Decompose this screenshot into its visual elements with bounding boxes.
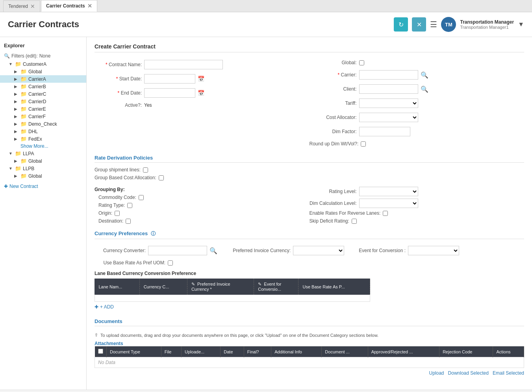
add-lane-row[interactable]: ✚ + ADD	[95, 302, 524, 312]
close-button[interactable]: ✕	[412, 17, 426, 32]
sidebar-filters: 🔍 Filters (edit): None	[0, 52, 86, 60]
rating-type-checkbox[interactable]	[127, 203, 132, 208]
start-date-input[interactable]	[144, 74, 195, 84]
tab-carrier-contracts-label: Carrier Contracts	[46, 3, 85, 9]
new-contract-link[interactable]: ✚ New Contract	[0, 180, 86, 193]
client-input[interactable]	[359, 84, 418, 94]
tab-carrier-contracts[interactable]: Carrier Contracts ✕	[41, 0, 97, 12]
dim-factor-row: Dim Factor:	[310, 126, 525, 137]
filters-label: Filters (edit):	[11, 53, 38, 59]
destination-checkbox[interactable]	[126, 219, 131, 224]
currency-converter-input[interactable]	[148, 246, 207, 255]
email-selected-link[interactable]: Email Selected	[493, 370, 524, 376]
tree-item-carrierF[interactable]: ▶ 📁 CarrierF	[0, 113, 86, 120]
round-up-checkbox[interactable]	[361, 141, 366, 147]
commodity-code-checkbox[interactable]	[139, 195, 144, 200]
lane-based-section: Lane Based Currency Conversion Preferenc…	[95, 271, 524, 312]
expand-icon: ▶	[14, 129, 19, 134]
global-checkbox[interactable]	[359, 60, 364, 65]
carrier-search-icon[interactable]: 🔍	[421, 71, 428, 79]
folder-icon: 📁	[15, 150, 21, 156]
end-date-input[interactable]	[144, 88, 195, 98]
upload-link[interactable]: Upload	[429, 370, 444, 376]
grouping-by-label-row: Grouping By:	[95, 186, 310, 193]
select-all-docs-checkbox[interactable]	[98, 349, 103, 354]
contract-name-input[interactable]	[144, 60, 223, 69]
tree-item-llpb-global[interactable]: ▶ 📁 Global	[0, 172, 86, 180]
tree-item-carrierB[interactable]: ▶ 📁 CarrierB	[0, 83, 86, 90]
tree-item-global-1[interactable]: ▶ 📁 Global	[0, 68, 86, 75]
pref-invoice-currency-select[interactable]	[293, 246, 344, 255]
event-conversion-select[interactable]	[408, 246, 459, 255]
plus-circle-icon: ✚	[95, 304, 98, 310]
tree-item-demo-check[interactable]: ▶ 📁 Demo_Check	[0, 120, 86, 128]
tariff-select[interactable]	[359, 98, 418, 108]
tariff-label: Tariff:	[310, 100, 357, 106]
tab-carrier-contracts-close[interactable]: ✕	[87, 3, 92, 9]
tree-label: DHL	[28, 129, 82, 134]
dim-calc-label: Dim Calculation Level:	[310, 201, 357, 206]
dim-calc-select[interactable]	[359, 199, 418, 208]
tree-item-fedex[interactable]: ▶ 📁 FedEx	[0, 135, 86, 143]
attachments-table: Document Type File Uploade... Date Final…	[95, 346, 524, 368]
contract-name-row: Contract Name:	[95, 59, 310, 71]
tree-item-show-more[interactable]: Show More...	[0, 143, 86, 150]
group-cost-row: Group Based Cost Allocation:	[95, 174, 524, 182]
lane-based-table: Lane Nam... Currency C... ✎ Preferred In…	[95, 279, 370, 302]
cost-allocator-select[interactable]	[359, 113, 418, 122]
end-date-calendar-icon[interactable]: 📅	[198, 90, 204, 96]
tab-tendered[interactable]: Tendered ✕	[3, 0, 40, 12]
tree-item-carrierC[interactable]: ▶ 📁 CarrierC	[0, 90, 86, 98]
refresh-button[interactable]: ↻	[394, 17, 408, 32]
tab-tendered-close[interactable]: ✕	[30, 3, 35, 9]
group-shipment-checkbox[interactable]	[143, 167, 148, 173]
tree-label: CarrierF	[28, 114, 82, 119]
folder-icon: 📁	[20, 136, 27, 142]
tree-item-carrierD[interactable]: ▶ 📁 CarrierD	[0, 98, 86, 105]
no-data-doc-row: No Data	[95, 357, 524, 368]
menu-button[interactable]: ☰	[430, 20, 437, 29]
currency-converter-search-icon[interactable]: 🔍	[209, 247, 217, 255]
client-search-icon[interactable]: 🔍	[421, 85, 428, 93]
carrier-input[interactable]	[359, 70, 418, 80]
form-left-col: Contract Name: Start Date: 📅 End Date: 📅…	[95, 57, 310, 149]
expand-icon: ▼	[9, 166, 13, 171]
download-selected-link[interactable]: Download Selected	[448, 370, 489, 376]
documents-section: Documents ⇧ To upload documents, drag an…	[95, 318, 524, 378]
folder-icon: 📁	[20, 173, 27, 179]
currency-pref-help-icon[interactable]: ⓘ	[151, 231, 156, 236]
th-actions: Actions	[493, 346, 524, 357]
th-date: Date	[221, 346, 244, 357]
rating-level-select[interactable]	[359, 187, 418, 196]
origin-label: Origin:	[98, 210, 112, 216]
currency-pref-title: Currency Preferences ⓘ	[95, 230, 524, 239]
global-label: Global:	[310, 60, 357, 65]
dim-factor-input[interactable]	[359, 127, 410, 136]
use-base-rate-checkbox[interactable]	[168, 260, 173, 266]
carrier-label: Carrier:	[310, 72, 357, 78]
origin-checkbox[interactable]	[115, 211, 120, 216]
skip-deficit-checkbox[interactable]	[352, 219, 357, 224]
tree-item-customerA[interactable]: ▼ 📁 CustomerA	[0, 60, 86, 68]
group-cost-checkbox[interactable]	[159, 175, 164, 180]
th-document-type: Document Type	[107, 346, 161, 357]
grouping-grid: Grouping By: Commodity Code: Rating Type…	[95, 186, 524, 225]
tree-item-dhl[interactable]: ▶ 📁 DHL	[0, 128, 86, 135]
tree-item-llpb[interactable]: ▼ 📁 LLPB	[0, 165, 86, 172]
use-base-rate-row: Use Base Rate As Pref UOM:	[95, 259, 524, 267]
tab-bar: Tendered ✕ Carrier Contracts ✕	[0, 0, 532, 12]
skip-deficit-label: Skip Deficit Rating:	[310, 218, 349, 224]
tree-item-llpa[interactable]: ▼ 📁 LLPA	[0, 150, 86, 157]
tree-label: Global	[28, 158, 82, 164]
enable-reverse-checkbox[interactable]	[383, 211, 388, 216]
sidebar: Explorer 🔍 Filters (edit): None ▼ 📁 Cust…	[0, 37, 87, 390]
tree-item-carrierE[interactable]: ▶ 📁 CarrierE	[0, 105, 86, 113]
event-conversion-row: Event for Conversion :	[350, 245, 459, 256]
tree-item-carrierA[interactable]: ▶ 📁 CarrierA	[0, 75, 86, 83]
user-dropdown-icon[interactable]: ▼	[518, 21, 524, 28]
origin-row: Origin:	[95, 209, 310, 217]
start-date-calendar-icon[interactable]: 📅	[198, 76, 204, 82]
tree-label: Show More...	[20, 143, 82, 149]
edit-icon: ✎	[258, 282, 261, 286]
tree-item-llpa-global[interactable]: ▶ 📁 Global	[0, 157, 86, 165]
